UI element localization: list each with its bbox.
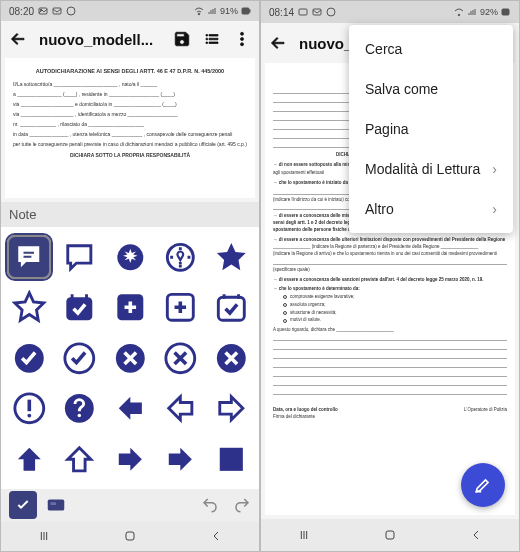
app-bar: nuovo_modell...: [1, 21, 259, 57]
nav-back-icon[interactable]: [468, 527, 484, 543]
whatsapp-icon: [66, 6, 76, 16]
stamp-bulb-filled[interactable]: [108, 235, 152, 279]
signal-icon: [467, 7, 477, 17]
mail-icon: [312, 7, 322, 17]
stamp-speech-outline[interactable]: [57, 235, 101, 279]
doc-subheading: DICHIARA SOTTO LA PROPRIA RESPONSABILITÀ: [13, 152, 247, 159]
stamp-x-circle-filled[interactable]: [108, 336, 152, 380]
battery-icon: [241, 6, 251, 16]
stamp-exclaim-outline[interactable]: [7, 386, 51, 430]
stamp-speech-filled[interactable]: [7, 235, 51, 279]
svg-rect-27: [51, 503, 57, 506]
svg-point-8: [241, 38, 244, 41]
menu-save-as[interactable]: Salva come: [349, 69, 513, 109]
status-time: 08:14: [269, 7, 294, 18]
svg-point-4: [198, 13, 200, 15]
bottom-strip: [1, 489, 259, 522]
stamp-question-outline[interactable]: [57, 386, 101, 430]
image-icon: [38, 6, 48, 16]
back-icon[interactable]: [9, 30, 27, 48]
svg-point-32: [458, 14, 460, 16]
battery-icon: [501, 7, 511, 17]
nav-bar: [261, 519, 519, 551]
stamp-bulb-outline[interactable]: [158, 235, 202, 279]
stamp-x-circle-alt[interactable]: [209, 336, 253, 380]
battery-text: 91%: [220, 6, 238, 16]
svg-point-31: [327, 8, 335, 16]
svg-rect-33: [502, 9, 509, 15]
stamp-check-circle-filled[interactable]: [7, 336, 51, 380]
chevron-right-icon: ›: [492, 161, 497, 177]
svg-rect-34: [386, 531, 394, 539]
menu-more[interactable]: Altro›: [349, 189, 513, 229]
doc-heading: AUTODICHIARAZIONE AI SENSI DEGLI ARTT. 4…: [13, 68, 247, 76]
back-icon[interactable]: [269, 34, 287, 52]
document-preview[interactable]: AUTODICHIARAZIONE AI SENSI DEGLI ARTT. 4…: [5, 58, 255, 198]
stamp-star-outline[interactable]: [7, 285, 51, 329]
svg-point-22: [27, 414, 31, 418]
whatsapp-icon: [326, 7, 336, 17]
confirm-button[interactable]: [9, 491, 37, 519]
note-strip: Note: [1, 202, 259, 228]
svg-rect-29: [299, 9, 307, 15]
stamp-plus-square-outline[interactable]: [158, 285, 202, 329]
mail-icon: [52, 6, 62, 16]
undo-icon[interactable]: [201, 496, 219, 514]
svg-rect-25: [219, 447, 242, 470]
stamp-arrow-left-filled[interactable]: [108, 386, 152, 430]
thumbnail-icon[interactable]: [45, 494, 67, 516]
menu-reading-mode[interactable]: Modalità di Lettura›: [349, 149, 513, 189]
icon-grid: [1, 227, 259, 489]
status-time: 08:20: [9, 6, 34, 17]
svg-point-9: [241, 43, 244, 46]
svg-point-7: [241, 33, 244, 36]
note-label: Note: [9, 207, 36, 222]
svg-point-3: [67, 7, 75, 15]
stamp-square-filled[interactable]: [209, 437, 253, 481]
svg-point-24: [78, 414, 81, 417]
stamp-arrow-right-outline[interactable]: [209, 386, 253, 430]
menu-page[interactable]: Pagina: [349, 109, 513, 149]
stamp-arrow-up-filled[interactable]: [7, 437, 51, 481]
list-icon[interactable]: [203, 30, 221, 48]
redo-icon[interactable]: [233, 496, 251, 514]
stamp-check-square-outline[interactable]: [209, 285, 253, 329]
status-bar: 08:14 92%: [261, 1, 519, 23]
nav-back-icon[interactable]: [208, 528, 224, 544]
image-icon: [298, 7, 308, 17]
edit-fab[interactable]: [461, 463, 505, 507]
menu-search[interactable]: Cerca: [349, 29, 513, 69]
overflow-menu: Cerca Salva come Pagina Modalità di Lett…: [349, 25, 513, 233]
nav-recent-icon[interactable]: [36, 528, 52, 544]
wifi-icon: [194, 6, 204, 16]
svg-rect-2: [53, 8, 61, 14]
stamp-plus-square-filled[interactable]: [108, 285, 152, 329]
nav-bar: [1, 522, 259, 551]
nav-home-icon[interactable]: [122, 528, 138, 544]
battery-text: 92%: [480, 7, 498, 17]
wifi-icon: [454, 7, 464, 17]
nav-recent-icon[interactable]: [296, 527, 312, 543]
stamp-x-circle-outline[interactable]: [158, 336, 202, 380]
stamp-check-square-filled[interactable]: [57, 285, 101, 329]
signal-icon: [207, 6, 217, 16]
save-icon[interactable]: [173, 30, 191, 48]
svg-rect-30: [313, 9, 321, 15]
nav-home-icon[interactable]: [382, 527, 398, 543]
chevron-right-icon: ›: [492, 201, 497, 217]
phone-right: 08:14 92% nuovo_... Cerca Salva come Pag…: [260, 0, 520, 552]
phone-left: 08:20 91% nuovo_modell... AUTODICHIARAZI…: [0, 0, 260, 552]
svg-rect-5: [242, 8, 249, 14]
app-title: nuovo_modell...: [39, 31, 161, 48]
stamp-star-filled[interactable]: [209, 235, 253, 279]
status-bar: 08:20 91%: [1, 1, 259, 21]
stamp-arrow-up-outline[interactable]: [57, 437, 101, 481]
svg-rect-6: [249, 10, 250, 12]
stamp-arrow-left-outline[interactable]: [158, 386, 202, 430]
svg-rect-28: [126, 532, 134, 540]
stamp-check-circle-outline[interactable]: [57, 336, 101, 380]
more-icon[interactable]: [233, 30, 251, 48]
stamp-arrow-right-alt[interactable]: [158, 437, 202, 481]
stamp-arrow-right-filled[interactable]: [108, 437, 152, 481]
